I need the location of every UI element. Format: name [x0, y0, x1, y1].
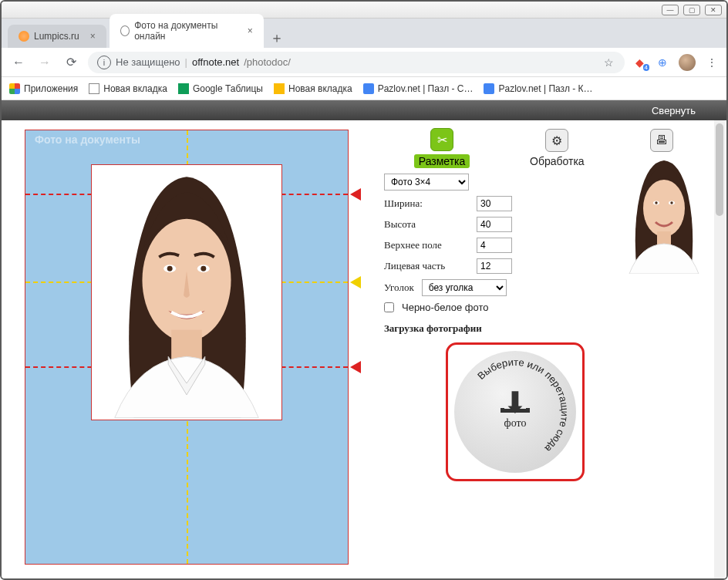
bw-checkbox[interactable] [384, 302, 394, 312]
svg-point-4 [167, 266, 173, 271]
settings-panel: ✂ Разметка ⚙ Обработка 🖶 Печать [372, 120, 726, 578]
corner-label: Уголок [384, 282, 414, 294]
nav-reload-button[interactable]: ⟳ [62, 53, 80, 72]
puzzle-icon [484, 83, 494, 94]
svg-rect-2 [171, 330, 202, 361]
tab-close-icon[interactable]: × [90, 31, 96, 42]
svg-rect-9 [657, 231, 671, 245]
printer-icon: 🖶 [650, 129, 673, 152]
photo-area-title: Фото на документы [35, 133, 140, 146]
upload-dropzone[interactable]: Выберите или перетащите сюда ⬇ фото [446, 342, 585, 481]
nav-back-button[interactable]: ← [9, 53, 28, 72]
face-part-input[interactable] [477, 258, 512, 274]
photo-page[interactable]: Фото на документы [25, 130, 349, 565]
svg-point-13 [670, 201, 672, 204]
bookmark-item[interactable]: Google Таблицы [178, 83, 263, 94]
browser-tab-strip: Lumpics.ru × Фото на документы онлайн × … [2, 19, 726, 48]
photo-canvas-area: Фото на документы [2, 120, 372, 578]
tab-close-icon[interactable]: × [248, 25, 253, 36]
bookmarks-bar: Приложения Новая вкладка Google Таблицы … [2, 77, 726, 100]
address-host: offnote.net [192, 56, 239, 68]
new-tab-button[interactable]: ＋ [267, 28, 287, 48]
page-icon [274, 83, 285, 94]
sliders-icon: ⚙ [545, 129, 568, 152]
tab-favicon-icon [120, 25, 130, 36]
nav-forward-button[interactable]: → [35, 53, 54, 72]
address-separator: | [185, 56, 187, 68]
svg-text:Выберите или перетащите сюда: Выберите или перетащите сюда [475, 356, 571, 455]
width-input[interactable] [477, 196, 512, 211]
bookmark-item[interactable]: Pazlov.net | Пазл - С… [363, 83, 474, 94]
bookmark-label: Pazlov.net | Пазл - К… [498, 83, 592, 94]
extension-globe-icon[interactable]: ⊕ [656, 56, 669, 69]
portrait-photo [92, 165, 281, 420]
extension-icon[interactable]: ◆4 [632, 56, 646, 69]
top-margin-input[interactable] [477, 238, 512, 253]
site-info-icon[interactable]: i [97, 56, 111, 69]
bookmark-label: Приложения [24, 83, 78, 94]
vertical-scrollbar[interactable] [714, 120, 725, 578]
height-label: Высота [384, 218, 469, 231]
crop-icon: ✂ [430, 128, 453, 151]
upload-circle: Выберите или перетащите сюда ⬇ фото [454, 351, 576, 473]
bookmark-label: Новая вкладка [288, 83, 352, 94]
collapse-label: Свернуть [652, 105, 696, 116]
address-bar[interactable]: i Не защищено | offnote.net/photodoc/ ☆ [88, 52, 625, 73]
svg-point-11 [655, 201, 657, 204]
profile-avatar[interactable] [679, 54, 696, 71]
step-markup[interactable]: ✂ Разметка [414, 128, 470, 168]
step-process[interactable]: ⚙ Обработка [530, 129, 585, 167]
bookmark-item[interactable]: Новая вкладка [274, 83, 352, 94]
upload-hint-text: Выберите или перетащите сюда [454, 351, 576, 473]
address-path: /photodoc/ [244, 56, 291, 68]
bookmark-apps[interactable]: Приложения [9, 83, 78, 94]
page-icon [89, 83, 99, 94]
yellow-guide-marker[interactable] [350, 276, 361, 288]
address-bar-row: ← → ⟳ i Не защищено | offnote.net/photod… [2, 48, 726, 77]
bookmark-label: Pazlov.net | Пазл - С… [378, 83, 474, 94]
main-content: Фото на документы [2, 120, 726, 578]
bookmark-star-icon[interactable]: ☆ [602, 56, 615, 69]
tab-title: Lumpics.ru [34, 31, 79, 42]
upload-section-title: Загрузка фотографии [384, 322, 709, 335]
format-select[interactable]: Фото 3×4 [384, 174, 469, 191]
bookmark-item[interactable]: Pazlov.net | Пазл - К… [484, 83, 592, 94]
bookmark-label: Новая вкладка [103, 83, 167, 94]
red-guide-marker[interactable] [350, 361, 361, 373]
step-label: Разметка [414, 154, 470, 168]
scrollbar-thumb[interactable] [716, 123, 723, 216]
window-minimize-button[interactable]: — [662, 5, 679, 15]
puzzle-icon [363, 83, 374, 94]
height-input[interactable] [477, 217, 512, 232]
tab-title: Фото на документы онлайн [134, 20, 237, 42]
browser-tab[interactable]: Фото на документы онлайн × [110, 14, 264, 48]
photo-crop-frame[interactable] [91, 164, 282, 420]
svg-point-8 [643, 180, 685, 237]
step-label: Обработка [530, 155, 585, 167]
svg-point-6 [201, 266, 206, 271]
sheets-icon [178, 83, 189, 94]
top-margin-label: Верхнее поле [384, 239, 469, 251]
collapse-bar[interactable]: Свернуть [2, 100, 726, 120]
tab-favicon-icon [19, 31, 29, 42]
red-guide-marker[interactable] [350, 188, 361, 201]
corner-select[interactable]: без уголка [422, 279, 507, 296]
apps-icon [9, 83, 20, 94]
browser-menu-icon[interactable]: ⋮ [705, 56, 719, 69]
width-label: Ширина: [384, 197, 469, 210]
bw-label: Черно-белое фото [402, 302, 488, 313]
face-part-label: Лицевая часть [384, 260, 469, 272]
photo-preview-thumbnail [618, 154, 709, 274]
window-close-button[interactable]: ✕ [705, 5, 722, 15]
browser-tab[interactable]: Lumpics.ru × [8, 25, 106, 48]
security-status: Не защищено [116, 56, 180, 68]
window-maximize-button[interactable]: ▢ [683, 5, 700, 15]
bookmark-item[interactable]: Новая вкладка [89, 83, 167, 94]
bookmark-label: Google Таблицы [193, 83, 263, 94]
